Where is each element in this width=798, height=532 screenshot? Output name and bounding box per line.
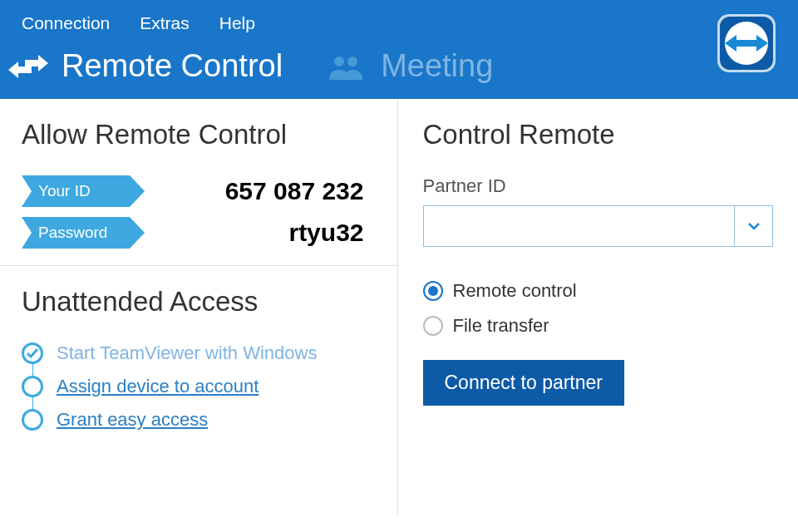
app-logo xyxy=(713,10,780,76)
checklist-label[interactable]: Assign device to account xyxy=(57,376,259,397)
control-remote-panel: Control Remote Partner ID Remote control… xyxy=(398,99,799,515)
password-row: Password rtyu32 xyxy=(22,217,372,249)
partner-id-label: Partner ID xyxy=(423,175,774,197)
partner-id-input[interactable] xyxy=(424,206,735,246)
tab-meeting[interactable]: Meeting xyxy=(326,48,493,84)
section-divider xyxy=(0,265,397,266)
people-icon xyxy=(326,52,369,81)
your-id-row: Your ID 657 087 232 xyxy=(22,175,372,207)
circle-icon xyxy=(22,376,43,397)
arrows-icon xyxy=(7,52,50,81)
your-id-label: Your ID xyxy=(22,175,130,207)
radio-label: File transfer xyxy=(453,315,549,337)
unattended-checklist: Start TeamViewer with Windows Assign dev… xyxy=(22,342,372,431)
tab-remote-label: Remote Control xyxy=(62,48,283,84)
connection-mode-radios: Remote control File transfer xyxy=(423,280,774,337)
radio-remote-control[interactable]: Remote control xyxy=(423,280,774,302)
menu-help[interactable]: Help xyxy=(219,13,255,33)
connect-button[interactable]: Connect to partner xyxy=(423,360,625,406)
control-remote-title: Control Remote xyxy=(423,119,774,150)
circle-icon xyxy=(22,409,43,431)
menu-bar: Connection Extras Help xyxy=(0,0,798,40)
chevron-down-icon xyxy=(747,222,761,230)
allow-remote-panel: Allow Remote Control Your ID 657 087 232… xyxy=(0,99,398,515)
main-content: Allow Remote Control Your ID 657 087 232… xyxy=(0,99,798,515)
password-label: Password xyxy=(22,217,130,249)
menu-extras[interactable]: Extras xyxy=(140,13,190,33)
tab-remote-control[interactable]: Remote Control xyxy=(7,48,283,84)
radio-icon xyxy=(423,316,443,336)
your-id-value: 657 087 232 xyxy=(145,177,372,205)
password-value: rtyu32 xyxy=(145,219,372,247)
svg-point-0 xyxy=(334,57,344,66)
checklist-label[interactable]: Grant easy access xyxy=(57,409,208,431)
partner-id-field xyxy=(423,205,774,247)
radio-file-transfer[interactable]: File transfer xyxy=(423,315,774,337)
checklist-label: Start TeamViewer with Windows xyxy=(57,342,317,364)
partner-id-dropdown[interactable] xyxy=(734,206,772,246)
check-icon xyxy=(22,342,43,364)
radio-icon xyxy=(423,281,443,301)
tab-meeting-label: Meeting xyxy=(381,48,493,84)
checklist-item-start-with-windows: Start TeamViewer with Windows xyxy=(22,342,372,364)
allow-remote-title: Allow Remote Control xyxy=(22,119,372,150)
app-header: Connection Extras Help Remote Control Me… xyxy=(0,0,798,99)
svg-point-1 xyxy=(347,57,357,66)
checklist-item-grant-access[interactable]: Grant easy access xyxy=(22,409,372,431)
menu-connection[interactable]: Connection xyxy=(22,13,110,33)
unattended-title: Unattended Access xyxy=(22,286,372,318)
main-tabs: Remote Control Meeting xyxy=(0,40,798,99)
radio-label: Remote control xyxy=(453,280,577,302)
checklist-item-assign-device[interactable]: Assign device to account xyxy=(22,376,372,397)
